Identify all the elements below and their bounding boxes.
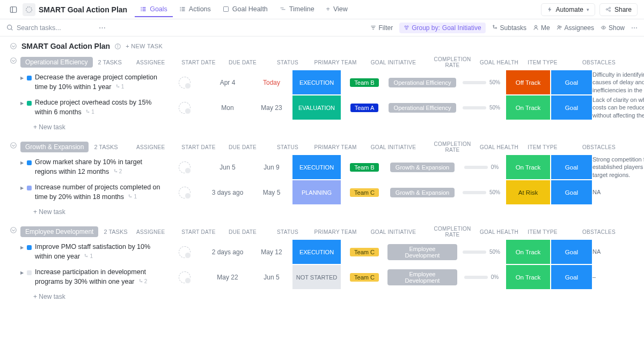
type-cell[interactable]: Goal — [551, 180, 592, 205]
group-name-badge[interactable]: Growth & Expansion — [20, 142, 89, 152]
team-cell[interactable]: Team C — [341, 188, 387, 197]
initiative-cell[interactable]: Operational Efficiency — [387, 103, 457, 113]
filter-button[interactable]: Filter — [370, 24, 393, 32]
due-date[interactable]: Today — [251, 79, 292, 86]
type-cell[interactable]: Goal — [551, 154, 592, 180]
type-cell[interactable]: Goal — [551, 264, 592, 290]
tab-goal-health[interactable]: Goal Health — [217, 2, 273, 17]
status-cell[interactable]: EXECUTION — [292, 239, 341, 264]
task-row[interactable]: ▶ Increase number of projects completed … — [20, 180, 634, 205]
group-collapse-icon[interactable] — [10, 57, 17, 64]
health-cell[interactable]: On Track — [506, 264, 551, 290]
sidebar-toggle-icon[interactable] — [6, 3, 20, 17]
more-options-icon[interactable]: ⋯ — [631, 24, 638, 32]
start-date[interactable]: 2 days ago — [204, 248, 251, 256]
completion-cell[interactable]: 50% — [457, 105, 506, 111]
automate-button[interactable]: Automate ▾ — [541, 3, 595, 16]
tab-add-view[interactable]: + View — [321, 2, 353, 17]
team-cell[interactable]: Team A — [341, 104, 387, 112]
subtask-indicator[interactable]: 2 — [138, 278, 148, 284]
status-dot[interactable] — [27, 270, 32, 275]
type-cell[interactable]: Goal — [551, 95, 592, 120]
task-name[interactable]: Decrease the average project completion … — [35, 73, 157, 91]
completion-cell[interactable]: 50% — [457, 249, 506, 255]
expand-icon[interactable]: ▶ — [20, 76, 24, 80]
assignee-cell[interactable] — [165, 271, 204, 283]
collapse-icon[interactable] — [10, 42, 17, 50]
subtasks-button[interactable]: Subtasks — [492, 24, 526, 32]
group-name-badge[interactable]: Employee Development — [20, 226, 98, 237]
search-input[interactable]: Search tasks... — [6, 24, 61, 32]
subtask-indicator[interactable]: 1 — [85, 109, 94, 115]
task-name[interactable]: Grow market share by 10% in target regio… — [35, 158, 142, 175]
expand-icon[interactable]: ▶ — [20, 270, 24, 275]
completion-cell[interactable]: 0% — [457, 164, 506, 170]
assignee-cell[interactable] — [165, 161, 204, 173]
health-cell[interactable]: On Track — [506, 95, 551, 120]
new-task-row[interactable]: + New task — [33, 290, 634, 306]
group-collapse-icon[interactable] — [10, 226, 17, 234]
start-date[interactable]: Apr 4 — [204, 79, 251, 86]
health-cell[interactable]: On Track — [506, 154, 551, 180]
task-name[interactable]: Increase participation in development pr… — [35, 268, 146, 285]
start-date[interactable]: May 22 — [204, 274, 251, 281]
team-cell[interactable]: Team B — [341, 163, 387, 172]
status-dot[interactable] — [27, 160, 32, 165]
initiative-cell[interactable]: Growth & Expansion — [387, 163, 457, 172]
info-icon[interactable] — [114, 43, 121, 50]
task-row[interactable]: ▶ Improve PMO staff satisfaction by 10% … — [20, 239, 634, 264]
assignee-cell[interactable] — [165, 77, 204, 89]
group-by-button[interactable]: Group by: Goal Initiative — [399, 23, 485, 33]
group-collapse-icon[interactable] — [10, 142, 17, 149]
more-icon[interactable]: ⋯ — [99, 24, 106, 32]
status-cell[interactable]: EXECUTION — [292, 154, 341, 180]
tab-actions[interactable]: Actions — [174, 2, 216, 17]
task-row[interactable]: ▶ Reduce project overhead costs by 15% w… — [20, 95, 634, 120]
status-dot[interactable] — [27, 245, 32, 250]
completion-cell[interactable]: 50% — [457, 189, 506, 195]
expand-icon[interactable]: ▶ — [20, 245, 24, 250]
task-row[interactable]: ▶ Decrease the average project completio… — [20, 70, 634, 95]
due-date[interactable]: Jun 5 — [251, 274, 292, 281]
start-date[interactable]: Mon — [204, 104, 251, 112]
start-date[interactable]: Jun 5 — [204, 164, 251, 171]
initiative-cell[interactable]: Growth & Expansion — [387, 188, 457, 197]
task-row[interactable]: ▶ Increase participation in development … — [20, 264, 634, 290]
initiative-cell[interactable]: Operational Efficiency — [387, 78, 457, 87]
type-cell[interactable]: Goal — [551, 70, 592, 95]
due-date[interactable]: May 12 — [251, 248, 292, 256]
start-date[interactable]: 3 days ago — [204, 189, 251, 196]
assignees-button[interactable]: Assignees — [557, 24, 594, 32]
health-cell[interactable]: Off Track — [506, 70, 551, 95]
me-button[interactable]: Me — [533, 24, 550, 32]
status-dot[interactable] — [27, 76, 32, 80]
health-cell[interactable]: On Track — [506, 239, 551, 264]
expand-icon[interactable]: ▶ — [20, 101, 24, 106]
show-button[interactable]: Show — [601, 24, 625, 32]
initiative-cell[interactable]: Employee Development — [387, 244, 457, 260]
tab-goals[interactable]: Goals — [135, 2, 173, 17]
subtask-indicator[interactable]: 1 — [115, 84, 125, 90]
new-task-row[interactable]: + New task — [33, 120, 634, 136]
status-dot[interactable] — [27, 186, 32, 190]
expand-icon[interactable]: ▶ — [20, 186, 24, 190]
assignee-cell[interactable] — [165, 246, 204, 258]
status-cell[interactable]: PLANNING — [292, 180, 341, 205]
due-date[interactable]: May 5 — [251, 189, 292, 196]
status-cell[interactable]: EXECUTION — [292, 70, 341, 95]
share-button[interactable]: Share — [599, 3, 638, 16]
new-task-row[interactable]: + New task — [33, 205, 634, 221]
status-cell[interactable]: NOT STARTED — [292, 264, 341, 290]
subtask-indicator[interactable]: 1 — [84, 253, 93, 259]
type-cell[interactable]: Goal — [551, 239, 592, 264]
team-cell[interactable]: Team B — [341, 78, 387, 87]
group-name-badge[interactable]: Operational Efficiency — [20, 57, 93, 68]
new-task-button[interactable]: + NEW TASK — [126, 43, 163, 49]
status-cell[interactable]: EVALUATION — [292, 95, 341, 120]
assignee-cell[interactable] — [165, 187, 204, 198]
completion-cell[interactable]: 50% — [457, 79, 506, 85]
tab-timeline[interactable]: Timeline — [274, 2, 320, 17]
subtask-indicator[interactable]: 2 — [113, 168, 122, 174]
team-cell[interactable]: Team C — [341, 248, 387, 256]
expand-icon[interactable]: ▶ — [20, 160, 24, 165]
